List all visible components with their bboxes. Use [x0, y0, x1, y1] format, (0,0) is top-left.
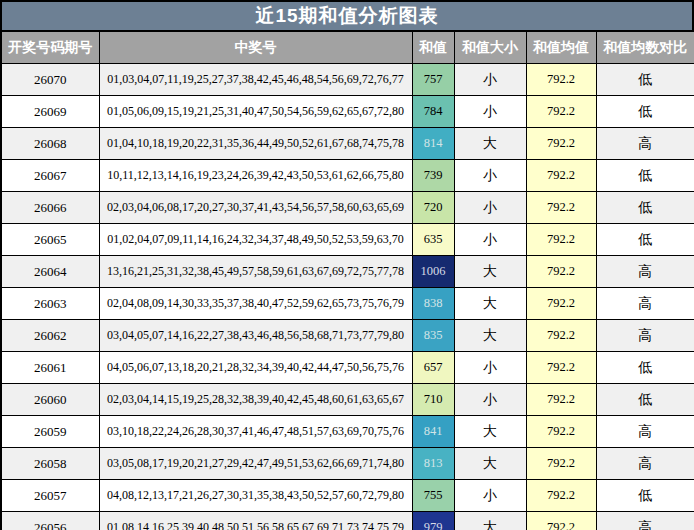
winning-numbers-cell: 02,04,08,09,14,30,33,35,37,38,40,47,52,5…: [99, 288, 412, 320]
sum-compare-cell: 高: [596, 512, 694, 530]
sum-mean-cell: 792.2: [526, 480, 596, 512]
period-cell: 26067: [1, 160, 99, 192]
sum-size-cell: 小: [454, 64, 526, 96]
table-body: 2607001,03,04,07,11,19,25,27,37,38,42,45…: [1, 64, 694, 530]
sum-mean-cell: 792.2: [526, 192, 596, 224]
period-cell: 26064: [1, 256, 99, 288]
table-header: 开奖号码期号 中奖号 和值 和值大小 和值均值 和值均数对比: [1, 31, 694, 64]
period-cell: 26069: [1, 96, 99, 128]
sum-size-cell: 小: [454, 352, 526, 384]
sum-mean-cell: 792.2: [526, 96, 596, 128]
period-cell: 26059: [1, 416, 99, 448]
sum-cell: 757: [412, 64, 454, 96]
sum-cell: 1006: [412, 256, 454, 288]
sum-cell: 784: [412, 96, 454, 128]
sum-size-cell: 小: [454, 384, 526, 416]
table-row: 2607001,03,04,07,11,19,25,27,37,38,42,45…: [1, 64, 694, 96]
winning-numbers-cell: 01,04,10,18,19,20,22,31,35,36,44,49,50,5…: [99, 128, 412, 160]
sum-mean-cell: 792.2: [526, 256, 596, 288]
table-row: 2605803,05,08,17,19,20,21,27,29,42,47,49…: [1, 448, 694, 480]
sum-compare-cell: 高: [596, 288, 694, 320]
sum-cell: 838: [412, 288, 454, 320]
winning-numbers-cell: 01,05,06,09,15,19,21,25,31,40,47,50,54,5…: [99, 96, 412, 128]
table-row: 2606002,03,04,14,15,19,25,28,32,38,39,40…: [1, 384, 694, 416]
page-title: 近15期和值分析图表: [0, 0, 694, 30]
sum-compare-cell: 低: [596, 224, 694, 256]
header-row: 开奖号码期号 中奖号 和值 和值大小 和值均值 和值均数对比: [1, 31, 694, 64]
winning-numbers-cell: 02,03,04,14,15,19,25,28,32,38,39,40,42,4…: [99, 384, 412, 416]
sum-size-cell: 小: [454, 96, 526, 128]
sum-size-cell: 大: [454, 128, 526, 160]
table-row: 2606501,02,04,07,09,11,14,16,24,32,34,37…: [1, 224, 694, 256]
sum-compare-cell: 高: [596, 448, 694, 480]
sum-cell: 755: [412, 480, 454, 512]
sum-compare-cell: 低: [596, 192, 694, 224]
sum-mean-cell: 792.2: [526, 448, 596, 480]
sum-compare-cell: 高: [596, 320, 694, 352]
period-cell: 26060: [1, 384, 99, 416]
winning-numbers-cell: 13,16,21,25,31,32,38,45,49,57,58,59,61,6…: [99, 256, 412, 288]
sum-mean-cell: 792.2: [526, 352, 596, 384]
table-row: 2605903,10,18,22,24,26,28,30,37,41,46,47…: [1, 416, 694, 448]
sum-compare-cell: 低: [596, 352, 694, 384]
sum-mean-cell: 792.2: [526, 288, 596, 320]
period-cell: 26056: [1, 512, 99, 530]
table-row: 2606203,04,05,07,14,16,22,27,38,43,46,48…: [1, 320, 694, 352]
table-row: 2606104,05,06,07,13,18,20,21,28,32,34,39…: [1, 352, 694, 384]
sum-mean-cell: 792.2: [526, 320, 596, 352]
winning-numbers-cell: 04,08,12,13,17,21,26,27,30,31,35,38,43,5…: [99, 480, 412, 512]
table-row: 2606602,03,04,06,08,17,20,27,30,37,41,43…: [1, 192, 694, 224]
table-row: 2606413,16,21,25,31,32,38,45,49,57,58,59…: [1, 256, 694, 288]
header-numbers: 中奖号: [99, 31, 412, 64]
sum-size-cell: 小: [454, 192, 526, 224]
sum-compare-cell: 高: [596, 128, 694, 160]
winning-numbers-cell: 04,05,06,07,13,18,20,21,28,32,34,39,40,4…: [99, 352, 412, 384]
sum-size-cell: 小: [454, 224, 526, 256]
period-cell: 26061: [1, 352, 99, 384]
sum-compare-cell: 低: [596, 480, 694, 512]
sum-size-cell: 大: [454, 320, 526, 352]
period-cell: 26068: [1, 128, 99, 160]
sum-mean-cell: 792.2: [526, 416, 596, 448]
sum-cell: 710: [412, 384, 454, 416]
sum-cell: 635: [412, 224, 454, 256]
sum-compare-cell: 高: [596, 256, 694, 288]
sum-mean-cell: 792.2: [526, 384, 596, 416]
winning-numbers-cell: 03,04,05,07,14,16,22,27,38,43,46,48,56,5…: [99, 320, 412, 352]
sum-cell: 841: [412, 416, 454, 448]
sum-cell: 657: [412, 352, 454, 384]
period-cell: 26066: [1, 192, 99, 224]
winning-numbers-cell: 02,03,04,06,08,17,20,27,30,37,41,43,54,5…: [99, 192, 412, 224]
header-period: 开奖号码期号: [1, 31, 99, 64]
header-size: 和值大小: [454, 31, 526, 64]
winning-numbers-cell: 01,08,14,16,25,39,40,48,50,51,56,58,65,6…: [99, 512, 412, 530]
sum-mean-cell: 792.2: [526, 512, 596, 530]
period-cell: 26062: [1, 320, 99, 352]
sum-cell: 814: [412, 128, 454, 160]
winning-numbers-cell: 03,05,08,17,19,20,21,27,29,42,47,49,51,5…: [99, 448, 412, 480]
sum-cell: 739: [412, 160, 454, 192]
period-cell: 26058: [1, 448, 99, 480]
header-mean: 和值均值: [526, 31, 596, 64]
table-row: 2606710,11,12,13,14,16,19,23,24,26,39,42…: [1, 160, 694, 192]
sum-compare-cell: 低: [596, 160, 694, 192]
sum-mean-cell: 792.2: [526, 64, 596, 96]
sum-cell: 835: [412, 320, 454, 352]
period-cell: 26070: [1, 64, 99, 96]
sum-size-cell: 大: [454, 448, 526, 480]
sum-cell: 720: [412, 192, 454, 224]
sum-compare-cell: 低: [596, 64, 694, 96]
sum-size-cell: 小: [454, 160, 526, 192]
sum-size-cell: 小: [454, 480, 526, 512]
sum-mean-cell: 792.2: [526, 224, 596, 256]
sum-analysis-table: 开奖号码期号 中奖号 和值 和值大小 和值均值 和值均数对比 2607001,0…: [0, 30, 694, 530]
table-row: 2606801,04,10,18,19,20,22,31,35,36,44,49…: [1, 128, 694, 160]
sum-mean-cell: 792.2: [526, 128, 596, 160]
winning-numbers-cell: 01,02,04,07,09,11,14,16,24,32,34,37,48,4…: [99, 224, 412, 256]
sum-compare-cell: 低: [596, 96, 694, 128]
sum-analysis-panel: 近15期和值分析图表 开奖号码期号 中奖号 和值 和值大小 和值均值 和值均数对…: [0, 0, 694, 530]
period-cell: 26057: [1, 480, 99, 512]
sum-mean-cell: 792.2: [526, 160, 596, 192]
sum-size-cell: 大: [454, 256, 526, 288]
sum-size-cell: 大: [454, 416, 526, 448]
